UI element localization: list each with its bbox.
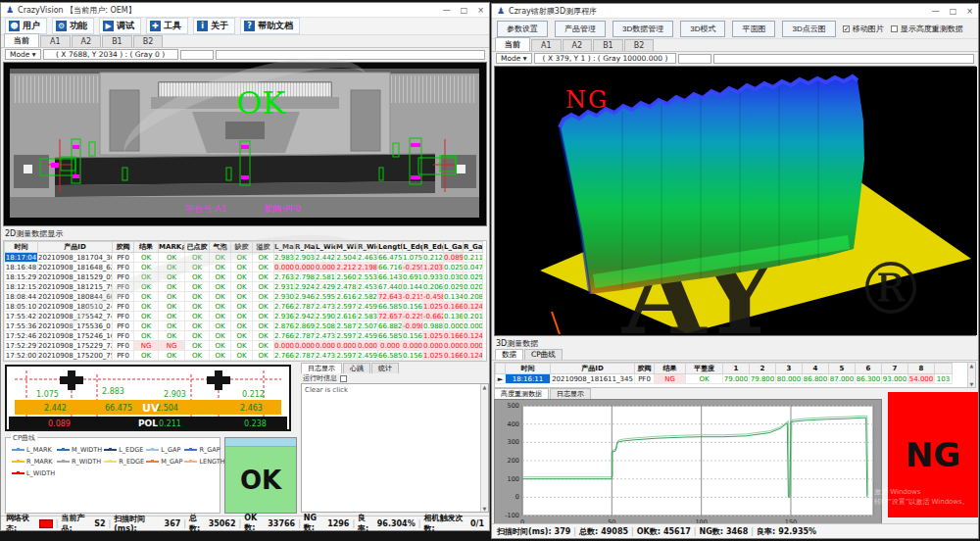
column-header[interactable]: 4 <box>803 364 829 374</box>
checkbox[interactable]: ✓ <box>843 25 850 32</box>
menu-item-gear[interactable]: ⚙功能 <box>52 18 94 34</box>
column-header[interactable]: L_Gap <box>444 242 464 253</box>
tab-a1[interactable]: A1 <box>531 39 562 51</box>
tab-b1[interactable]: B1 <box>593 39 623 51</box>
column-header[interactable]: R_Width <box>358 242 378 253</box>
minimize-button[interactable]: — <box>443 6 451 15</box>
column-header[interactable]: 2 <box>750 364 776 374</box>
table-cell: 20210908_175246_164 <box>38 331 113 341</box>
column-header[interactable]: 溢胶 <box>253 242 274 253</box>
tab-a2[interactable]: A2 <box>563 39 593 51</box>
menu-item-user[interactable]: ☻用户 <box>5 18 47 34</box>
checkbox-item-0[interactable]: ✓移动图片 <box>843 24 884 34</box>
column-header[interactable] <box>496 364 506 374</box>
table-row[interactable]: 17:55:3620210908_175536_010PF0OKOKOKOKOK… <box>5 321 483 331</box>
column-header[interactable]: 6 <box>856 364 882 374</box>
table-row[interactable]: 17:52:2920210908_175229_725PF0NGNGOKOKOK… <box>5 341 483 351</box>
column-header[interactable]: L_Width <box>316 242 336 253</box>
log-tab-2[interactable]: 统计 <box>371 363 399 373</box>
column-header[interactable]: R_Edge <box>423 242 444 253</box>
table-row[interactable]: 18:12:1520210908_181215_799PF0OKOKOKOKOK… <box>5 282 483 292</box>
toolbar-button-2[interactable]: 3D数据管理 <box>612 21 673 37</box>
column-header[interactable]: 8 <box>908 364 935 374</box>
toolbar-button-5[interactable]: 3D点云图 <box>782 21 835 37</box>
close-button[interactable]: × <box>966 7 973 16</box>
chart-tab-1[interactable]: 日志显示 <box>550 388 591 399</box>
subtab-0[interactable]: 数据 <box>495 349 523 360</box>
runtime-info-checkbox[interactable] <box>340 375 347 382</box>
table-row[interactable]: 18:16:4820210908_181648_626PF0OKOKOKOKOK… <box>5 263 483 272</box>
column-header[interactable]: 7 <box>882 364 908 374</box>
menu-item-info[interactable]: i关于 <box>193 18 235 34</box>
column-header[interactable]: R_Gap <box>464 242 483 253</box>
table-cell: 20210908_175542_747 <box>38 312 113 321</box>
column-header[interactable]: 平整度 <box>686 364 723 374</box>
table-cell: 66.585 <box>378 302 403 312</box>
minimize-button[interactable]: — <box>932 7 940 16</box>
column-header[interactable]: 结果 <box>134 242 159 253</box>
toolbar-button-3[interactable]: 3D模式 <box>680 21 725 37</box>
column-header[interactable]: 气泡 <box>210 242 231 253</box>
column-header[interactable]: R_Mark <box>295 242 316 253</box>
tab-b1[interactable]: B1 <box>102 35 132 47</box>
column-header[interactable]: 胶阀 <box>113 242 134 253</box>
tab-a1[interactable]: A1 <box>40 35 71 47</box>
table-cell: 2.560 <box>336 272 358 282</box>
tab-b2[interactable]: B2 <box>133 35 164 47</box>
column-header[interactable]: 缺胶 <box>231 242 253 253</box>
height-map-3d-view[interactable]: AY ® NG <box>494 66 976 336</box>
column-header[interactable]: 3 <box>776 364 803 374</box>
maximize-button[interactable]: □ <box>950 7 957 16</box>
mode-dropdown[interactable]: Mode ▾ <box>5 49 41 60</box>
table-row[interactable]: 18:15:2920210908_181529_052PF0OKOKOKOKOK… <box>5 272 483 282</box>
table-cell: 20210908_175536_010 <box>38 321 113 331</box>
chart-tab-0[interactable]: 高度重测数据 <box>494 388 549 399</box>
table-scrollbar[interactable]: ▲▼ <box>967 363 975 387</box>
measurement-table-wrap[interactable]: 时间产品ID胶阀结果MARK点已点胶气泡缺胶溢胶L_MarkR_MarkL_Wi… <box>3 240 487 362</box>
column-header[interactable]: 时间 <box>5 242 38 253</box>
tab-b2[interactable]: B2 <box>624 39 655 51</box>
table-row[interactable]: 18:08:4420210908_180844_602PF0OKOKOKOKOK… <box>5 292 483 302</box>
toolbar-button-0[interactable]: 参数设置 <box>497 21 548 37</box>
log-tab-1[interactable]: 心跳 <box>343 363 370 373</box>
table-row[interactable]: 17:55:4220210908_175542_747PF0OKOKOKOKOK… <box>5 312 483 321</box>
checkbox[interactable] <box>891 25 898 32</box>
table-row[interactable]: 18:05:1020210908_180510_244PF0OKOKOKOKOK… <box>5 302 483 312</box>
log-scrollbar[interactable]: ▲▼ <box>480 384 488 512</box>
column-header[interactable]: 已点胶 <box>185 242 210 253</box>
table-row[interactable]: 17:52:4620210908_175246_164PF0OKOKOKOKOK… <box>5 331 483 341</box>
column-header[interactable]: 胶阀 <box>635 364 655 374</box>
camera-image-view[interactable]: OK 平台号:A1 胶阀:PF0 <box>3 62 487 226</box>
column-header[interactable]: 时间 <box>506 364 551 374</box>
column-header[interactable]: 产品ID <box>38 242 113 253</box>
column-header[interactable]: M_Width <box>336 242 358 253</box>
column-header[interactable]: 结果 <box>655 364 686 374</box>
table-row[interactable]: 17:52:0020210908_175200_756PF0OKOKOKOKOK… <box>5 351 483 361</box>
menu-item-help[interactable]: ?帮助文档 <box>240 18 300 34</box>
column-header[interactable]: MARK点 <box>159 242 185 253</box>
table-row[interactable]: 18:17:0420210908_181704_363PF0OKOKOKOKOK… <box>5 253 483 263</box>
maximize-button[interactable]: □ <box>461 6 468 15</box>
column-header[interactable]: 产品ID <box>551 364 635 374</box>
column-header[interactable] <box>935 364 953 374</box>
table-row[interactable]: ►18:16:1120210908_181611_345PF0NGOK79.00… <box>496 374 953 384</box>
subtab-1[interactable]: CP曲线 <box>524 349 563 360</box>
column-header[interactable]: 1 <box>723 364 750 374</box>
column-header[interactable]: Length <box>378 242 403 253</box>
column-header[interactable]: L_Edge <box>403 242 423 253</box>
close-button[interactable]: × <box>477 6 484 15</box>
tab-当前[interactable]: 当前 <box>4 33 39 47</box>
column-header[interactable]: 5 <box>829 364 856 374</box>
tab-当前[interactable]: 当前 <box>495 37 530 51</box>
log-text-area[interactable]: Clear is click ▲▼ <box>301 383 489 513</box>
toolbar-button-1[interactable]: 产品管理 <box>555 21 606 37</box>
mode-dropdown[interactable]: Mode ▾ <box>496 53 532 64</box>
column-header[interactable]: L_Mark <box>274 242 295 253</box>
toolbar-button-4[interactable]: 平面图 <box>732 21 775 37</box>
3d-table-wrap[interactable]: 时间产品ID胶阀结果平整度12345678►18:16:1120210908_1… <box>494 362 976 388</box>
tab-a2[interactable]: A2 <box>72 35 102 47</box>
checkbox-item-1[interactable]: 显示高度重测数据 <box>891 24 963 34</box>
menu-item-debug[interactable]: ▶调试 <box>99 18 141 34</box>
log-tab-0[interactable]: 日志显示 <box>301 363 342 373</box>
menu-item-tools[interactable]: ✚工具 <box>146 18 188 34</box>
